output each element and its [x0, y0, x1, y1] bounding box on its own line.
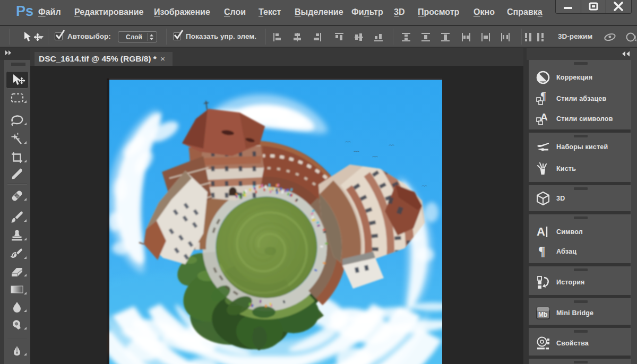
svg-text:¶: ¶ — [540, 91, 546, 102]
svg-text:Mb: Mb — [538, 311, 547, 318]
svg-text:¶: ¶ — [538, 244, 546, 258]
svg-text:A: A — [537, 225, 545, 238]
